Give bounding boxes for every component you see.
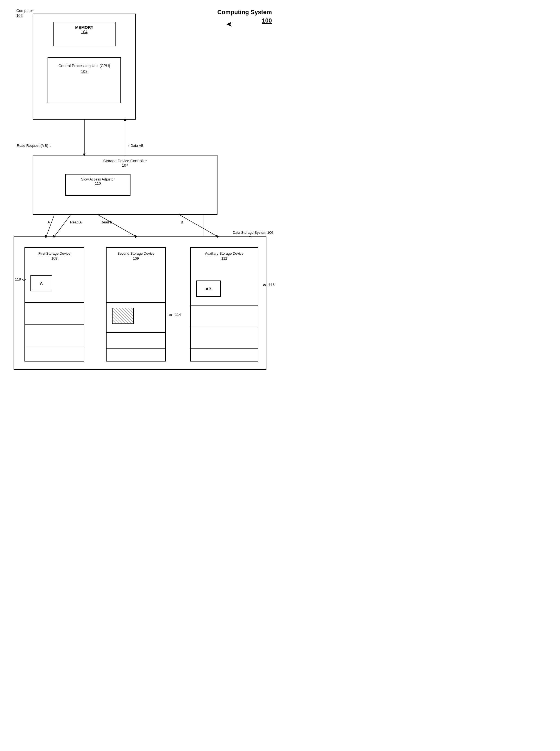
ssd-box: Second Storage Device 109: [106, 247, 166, 362]
svg-line-6: [98, 215, 136, 237]
cpu-box: Central Processing Unit (CPU) 103: [47, 57, 121, 103]
ref-116-label: 116: [262, 283, 275, 287]
controller-label: Storage Device Controller 107: [33, 156, 217, 167]
cpu-label: Central Processing Unit (CPU) 103: [48, 58, 120, 75]
ref-114-label: 114: [168, 312, 181, 317]
asd-label: Auxiliary Storage Device 112: [191, 248, 258, 261]
cell-b-hatched: [112, 308, 134, 324]
arrow-a-label: A: [47, 220, 50, 225]
cell-ab: AB: [196, 281, 221, 297]
arrow-b-label: B: [181, 220, 183, 225]
diagram-container: { "title": "Computing System 100", "comp…: [0, 0, 280, 375]
memory-ref: 104: [54, 29, 115, 34]
read-a-label: Read A: [70, 220, 82, 225]
cell-a: A: [31, 275, 52, 291]
data-ab-label: ↑ Data AB: [128, 143, 143, 148]
computer-label: Computer 102: [16, 8, 33, 18]
dss-label: Data Storage System 106: [233, 230, 273, 235]
fsd-box: First Storage Device 108 A: [24, 247, 84, 362]
computing-system-arrow: ➤: [226, 20, 233, 28]
ssd-label: Second Storage Device 109: [106, 248, 165, 261]
memory-box: MEMORY 104: [53, 22, 116, 46]
asd-box: Auxiliary Storage Device 112 AB: [190, 247, 258, 362]
saa-box: Slow Access Adjustor 110: [65, 174, 131, 196]
ref-118-label: 118: [15, 277, 27, 282]
svg-line-8: [46, 215, 54, 237]
fsd-label: First Storage Device 108: [25, 248, 84, 261]
svg-line-4: [54, 215, 71, 237]
saa-label: Slow Access Adjustor 110: [66, 175, 130, 185]
read-request-label: Read Request (A B) ↓: [17, 143, 51, 148]
read-b-label: Read B: [101, 220, 112, 225]
computing-system-label: Computing System 100: [218, 8, 272, 25]
memory-label: MEMORY: [54, 25, 115, 29]
svg-line-10: [179, 215, 218, 237]
dss-squiggle: 〜: [248, 234, 253, 240]
